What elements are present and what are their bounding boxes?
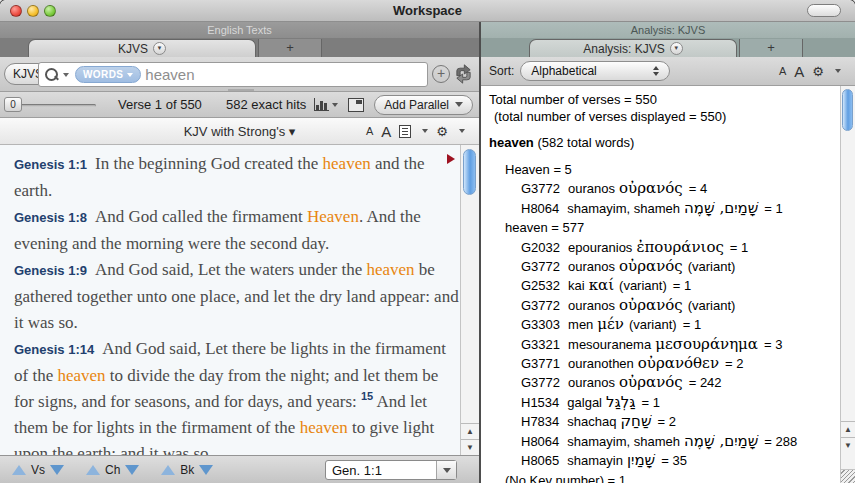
tab-dropdown-icon[interactable]: ▼ — [153, 42, 166, 55]
strongs-key[interactable]: G3321 — [521, 337, 560, 352]
search-input[interactable]: WORDS heaven — [38, 62, 428, 87]
gear-icon[interactable]: ⚙ — [436, 125, 448, 138]
details-window-icon[interactable] — [348, 98, 364, 112]
analysis-entry[interactable]: H8064shamayim, shamehשָׁמַיִם, שָׁמֶה= 2… — [489, 432, 840, 451]
analysis-entry[interactable]: G3772ouranosοὐρανός(variant) — [489, 296, 840, 315]
add-search-button[interactable]: + — [432, 65, 450, 83]
hit-word: heaven — [366, 260, 414, 279]
goto-verse-value[interactable]: Gen. 1:1 — [326, 463, 436, 478]
strongs-key[interactable]: G3772 — [521, 181, 560, 196]
verse-ref[interactable]: Genesis 1:9 — [14, 263, 87, 278]
transliteration: galgal — [567, 395, 602, 410]
hit-count-text: 582 exact hits — [226, 97, 306, 112]
sort-select[interactable]: Alphabetical — [520, 61, 670, 81]
analysis-entry[interactable]: G3771ouranothenοὐρανόθεν= 2 — [489, 354, 840, 373]
word-count: = 242 — [689, 375, 722, 390]
search-options-chevron-icon[interactable] — [63, 73, 69, 77]
strongs-key[interactable]: G3771 — [521, 356, 560, 371]
strongs-key[interactable]: H1534 — [521, 395, 559, 410]
prev-verse-button[interactable] — [12, 465, 26, 475]
verse-text: In the beginning God created the — [95, 154, 323, 173]
title-bar: Workspace — [0, 0, 855, 22]
chevron-down-icon[interactable] — [835, 69, 841, 73]
resize-grip[interactable] — [840, 469, 855, 483]
gear-icon[interactable]: ⚙ — [812, 65, 824, 78]
add-parallel-button[interactable]: Add Parallel — [374, 95, 473, 115]
variant-note: (variant) — [688, 298, 736, 313]
right-scrollbar[interactable]: ▲ ▼ — [840, 86, 855, 483]
analysis-entry[interactable]: H7834shachaqשַׁחַק= 2 — [489, 412, 840, 431]
strongs-key[interactable]: G2532 — [521, 278, 560, 293]
original-word: οὐρανός — [619, 296, 683, 314]
decrease-font-button[interactable]: A — [779, 65, 786, 77]
verse-nav-label: Vs — [31, 463, 45, 477]
chevron-down-icon[interactable] — [459, 129, 465, 133]
transliteration: kai — [568, 278, 585, 293]
analysis-entry[interactable]: H1534galgalגַּלְגַּל= 1 — [489, 393, 840, 412]
toolbar-toggle-button[interactable] — [807, 4, 841, 17]
chevron-down-icon[interactable] — [332, 103, 338, 107]
strongs-key[interactable]: H8065 — [521, 453, 559, 468]
prev-book-button[interactable] — [161, 465, 175, 475]
chevron-down-icon[interactable] — [422, 129, 428, 133]
analysis-list: Total number of verses = 550(total numbe… — [481, 86, 840, 483]
research-icon[interactable] — [453, 64, 474, 84]
analysis-entry[interactable]: G3772ouranosοὐρανός= 4 — [489, 179, 840, 198]
strongs-key[interactable]: G3772 — [521, 375, 560, 390]
field-resize-grip[interactable] — [228, 89, 254, 91]
goto-verse-combobox[interactable]: Gen. 1:1 — [325, 460, 457, 480]
verse-ref[interactable]: Genesis 1:14 — [14, 342, 94, 357]
tab-analysis-kjvs[interactable]: Analysis: KJVS ▼ — [529, 39, 737, 57]
verse-slider[interactable]: 0 — [4, 97, 96, 113]
verse-ref[interactable]: Genesis 1:8 — [14, 210, 87, 225]
new-tab-button[interactable]: + — [739, 39, 803, 57]
strongs-key[interactable]: G3303 — [521, 317, 560, 332]
verse-text-area: Genesis 1:1In the beginning God created … — [0, 145, 479, 455]
hits-graph-icon[interactable] — [314, 98, 329, 111]
increase-font-button[interactable]: A — [794, 63, 804, 80]
verse-ref[interactable]: Genesis 1:1 — [14, 157, 87, 172]
strongs-key[interactable]: H7834 — [521, 414, 559, 429]
analysis-entry[interactable]: H8064shamayim, shamehשָׁמַיִם, שָׁמֶה= 1 — [489, 199, 840, 218]
scroll-up-button[interactable]: ▲ — [461, 423, 479, 439]
search-scope-label: WORDS — [83, 69, 123, 80]
next-book-button[interactable] — [199, 465, 213, 475]
strongs-key[interactable]: G2032 — [521, 240, 560, 255]
display-settings-icon[interactable] — [399, 125, 411, 138]
analysis-entry[interactable]: G3772ouranosοὐρανός= 242 — [489, 373, 840, 392]
left-scrollbar[interactable]: ▲ ▼ — [460, 145, 479, 455]
goto-dropdown-button[interactable] — [436, 461, 456, 479]
analysis-entry[interactable]: G3772ouranosοὐρανός(variant) — [489, 257, 840, 276]
strongs-key[interactable]: G3772 — [521, 298, 560, 313]
next-verse-button[interactable] — [50, 465, 64, 475]
strongs-key[interactable]: H8064 — [521, 434, 559, 449]
strongs-key[interactable]: H8064 — [521, 201, 559, 216]
transliteration: epouranios — [568, 240, 632, 255]
add-parallel-label: Add Parallel — [384, 98, 449, 112]
analysis-entry[interactable]: G2532kaiκαί(variant)= 1 — [489, 276, 840, 295]
analysis-entry[interactable]: G2032epouraniosἐπουράνιος= 1 — [489, 238, 840, 257]
scroll-down-button[interactable]: ▼ — [841, 437, 855, 453]
analysis-entry[interactable]: G3321mesouranemaμεσουράνημα= 3 — [489, 335, 840, 354]
tab-analysis-label: Analysis: KJVS — [583, 42, 664, 56]
right-scrollbar-thumb[interactable] — [842, 89, 853, 131]
tab-dropdown-icon[interactable]: ▼ — [670, 42, 683, 55]
tab-kjvs[interactable]: KJVS ▼ — [28, 39, 256, 57]
new-tab-button[interactable]: + — [258, 39, 322, 57]
next-chapter-button[interactable] — [125, 465, 139, 475]
left-scrollbar-thumb[interactable] — [463, 149, 476, 195]
slider-thumb[interactable]: 0 — [4, 97, 22, 112]
variant-note: (variant) — [619, 278, 667, 293]
prev-chapter-button[interactable] — [86, 465, 100, 475]
search-scope-pill[interactable]: WORDS — [75, 66, 141, 83]
scroll-up-button[interactable]: ▲ — [841, 421, 855, 437]
scroll-down-button[interactable]: ▼ — [461, 439, 479, 455]
strongs-key[interactable]: G3772 — [521, 259, 560, 274]
verse: Genesis 1:14And God said, Let there be l… — [14, 336, 460, 455]
original-word: ἐπουράνιος — [636, 238, 723, 256]
analysis-entry[interactable]: G3303menμέν(variant)= 1 — [489, 315, 840, 334]
analysis-entry[interactable]: H8065shamayinשָׁמַיִן= 35 — [489, 451, 840, 470]
increase-font-button[interactable]: A — [381, 123, 391, 140]
zone-label: English Texts — [0, 22, 479, 38]
decrease-font-button[interactable]: A — [366, 125, 373, 137]
